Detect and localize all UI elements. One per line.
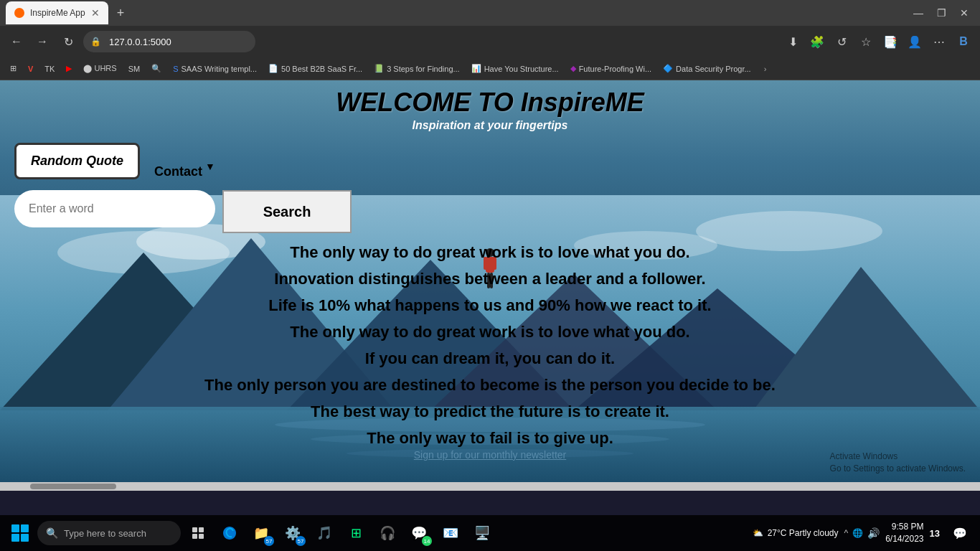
language-indicator: 13	[930, 528, 940, 539]
more-options-icon[interactable]: ⋯	[928, 31, 950, 52]
bookmark-future[interactable]: ◆ Future-Proofing Wi...	[566, 62, 656, 75]
back-button[interactable]: ←	[6, 31, 27, 52]
bookmark-list-icon[interactable]: 📑	[880, 31, 901, 52]
contact-dropdown-icon: ▼	[205, 161, 215, 172]
up-arrow-icon[interactable]: ^	[844, 528, 849, 538]
edge-icon	[222, 525, 237, 541]
task-view-button[interactable]	[184, 519, 212, 547]
new-tab-button[interactable]: +	[111, 6, 131, 21]
contact-button[interactable]: Contact	[154, 154, 202, 179]
settings-icon-taskbar[interactable]: ⚙️ 57	[278, 519, 307, 547]
svg-rect-21	[192, 527, 197, 532]
saas-icon: S	[173, 65, 178, 73]
quote-7: The best way to predict the future is to…	[57, 400, 923, 423]
bookmark-tk[interactable]: TK	[40, 63, 59, 75]
quote-2: Innovation distinguishes between a leade…	[57, 267, 923, 291]
maximize-button[interactable]: ❐	[931, 3, 951, 23]
browser-assistant-icon[interactable]: B	[953, 31, 974, 52]
quote-5: If you can dream it, you can do it.	[57, 347, 923, 370]
spotify-icon-taskbar[interactable]: 🎧	[373, 519, 402, 547]
svg-rect-22	[199, 527, 204, 532]
reload-button[interactable]: ↻	[57, 31, 79, 52]
svg-rect-23	[192, 534, 197, 539]
network-icon[interactable]: 🌐	[852, 528, 863, 538]
tab-favicon	[14, 8, 24, 18]
scroll-thumb[interactable]	[30, 484, 116, 489]
taskbar: 🔍 Type here to search 📁 57 ⚙️ 57 🎵 ⊞ 🎧 💬	[0, 515, 980, 551]
whatsapp-badge: 14	[422, 536, 432, 546]
bookmarks-bar: ⊞ V TK ▶ ⬤ UHRS SM 🔍 S SAAS Writing temp…	[0, 57, 980, 80]
profile-icon[interactable]: 👤	[904, 31, 925, 52]
notifications-button[interactable]: 💬	[946, 519, 974, 547]
taskbar-system-icons: ^ 🌐 🔊	[844, 527, 880, 539]
quote-6: The only person you are destined to beco…	[57, 373, 923, 397]
active-tab[interactable]: InspireMe App ✕	[6, 1, 108, 24]
refresh-icon[interactable]: ↺	[831, 31, 852, 52]
search-button[interactable]: Search	[222, 190, 352, 233]
bookmark-3steps[interactable]: 📗 3 Steps for Finding...	[369, 62, 464, 75]
clock-date: 6/14/2023	[885, 533, 923, 545]
folder-badge: 57	[264, 536, 274, 546]
quote-1: The only way to do great work is to love…	[57, 240, 923, 264]
quote-4: The only way to do great work is to love…	[57, 320, 923, 344]
settings-badge: 57	[296, 536, 306, 546]
download-icon[interactable]: ⬇	[782, 31, 804, 52]
taskbar-search-icon: 🔍	[46, 527, 58, 539]
header-section: WELCOME TO InspireME Inspiration at your…	[0, 80, 980, 132]
search-input[interactable]	[14, 190, 215, 227]
quotes-section: The only way to do great work is to love…	[0, 233, 980, 460]
taskbar-search[interactable]: 🔍 Type here to search	[37, 521, 181, 545]
taskbar-clock[interactable]: 9:58 PM 6/14/2023	[885, 521, 923, 545]
activate-windows-notice: Activate Windows Go to Settings to activ…	[830, 451, 966, 475]
vscode-emoji: 🖥️	[474, 525, 490, 541]
edge-browser-icon[interactable]	[215, 519, 244, 547]
site-subtitle: Inspiration at your fingertips	[0, 119, 980, 132]
tab-title: InspireMe App	[30, 8, 85, 18]
bookmark-datasec[interactable]: 🔷 Data Security Progr...	[659, 62, 755, 75]
bookmark-search[interactable]: 🔍	[147, 62, 166, 75]
tiktok-icon-taskbar[interactable]: 🎵	[310, 519, 339, 547]
vscode-icon-taskbar[interactable]: 🖥️	[468, 519, 496, 547]
random-quote-button[interactable]: Random Quote	[14, 143, 140, 179]
bookmark-b2b[interactable]: 📄 50 Best B2B SaaS Fr...	[264, 62, 367, 75]
horizontal-scrollbar[interactable]	[0, 482, 980, 491]
address-bar-container: 🔒	[83, 31, 778, 52]
activate-line2: Go to Settings to activate Windows.	[830, 463, 966, 475]
tab-close-button[interactable]: ✕	[91, 7, 100, 19]
start-button[interactable]	[6, 519, 34, 547]
grid-icon-taskbar[interactable]: ⊞	[341, 519, 370, 547]
b2b-icon: 📄	[268, 64, 278, 73]
tiktok-emoji: 🎵	[316, 525, 332, 541]
taskbar-right: ⛅ 27°C Partly cloudy ^ 🌐 🔊 9:58 PM 6/14/…	[753, 519, 974, 547]
spotify-emoji: 🎧	[380, 525, 395, 541]
speaker-icon[interactable]: 🔊	[867, 527, 880, 539]
svg-rect-24	[199, 534, 204, 539]
whatsapp-icon-taskbar[interactable]: 💬 14	[405, 519, 433, 547]
bookmark-structure[interactable]: 📊 Have You Structure...	[467, 62, 563, 75]
bookmark-vivaldi[interactable]: V	[24, 63, 37, 75]
bookmarks-more-button[interactable]: ›	[760, 63, 771, 75]
forward-button[interactable]: →	[32, 31, 53, 52]
windows-logo-icon	[11, 524, 29, 542]
nav-section: Random Quote Contact ▼	[0, 132, 980, 190]
bookmark-uhrs[interactable]: ⬤ UHRS	[79, 62, 121, 75]
extensions-icon[interactable]: 🧩	[806, 31, 828, 52]
folder-icon-taskbar[interactable]: 📁 57	[247, 519, 275, 547]
bookmark-youtube[interactable]: ▶	[62, 62, 76, 75]
quote-3: Life is 10% what happens to us and 90% h…	[57, 293, 923, 317]
mail-icon-taskbar[interactable]: 📧	[436, 519, 465, 547]
bookmark-apps[interactable]: ⊞	[6, 62, 21, 75]
close-button[interactable]: ✕	[954, 3, 974, 23]
star-icon[interactable]: ☆	[855, 31, 877, 52]
address-input[interactable]	[83, 31, 255, 52]
grid-emoji: ⊞	[351, 525, 362, 541]
bookmark-saas[interactable]: S SAAS Writing templ...	[169, 63, 261, 75]
address-bar-row: ← → ↻ 🔒 ⬇ 🧩 ↺ ☆ 📑 👤 ⋯ B	[0, 26, 980, 57]
toolbar-icons: ⬇ 🧩 ↺ ☆ 📑 👤 ⋯ B	[782, 31, 974, 52]
bookmark-sm[interactable]: SM	[124, 63, 145, 75]
minimize-button[interactable]: —	[908, 3, 928, 23]
task-view-icon	[192, 527, 204, 540]
structure-icon: 📊	[471, 64, 481, 73]
newsletter-link[interactable]: Sign up for our monthly newsletter	[414, 449, 566, 461]
apps-icon: ⊞	[10, 64, 17, 73]
